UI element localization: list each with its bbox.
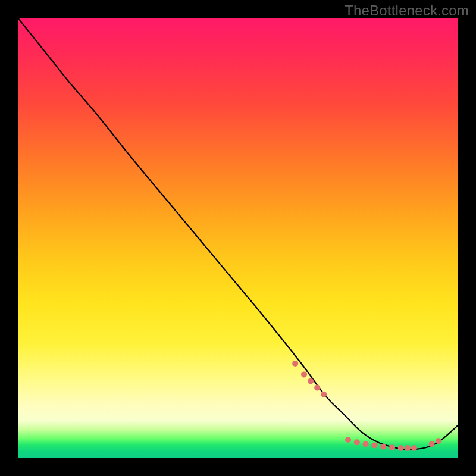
marker-right-cluster xyxy=(429,441,435,447)
marker-left-cluster xyxy=(301,371,307,377)
marker-bottom-cluster xyxy=(380,444,386,450)
marker-bottom-cluster xyxy=(398,445,404,451)
marker-left-cluster xyxy=(321,392,327,397)
marker-left-cluster xyxy=(314,385,320,391)
marker-bottom-cluster xyxy=(389,444,395,450)
main-curve xyxy=(18,18,458,450)
marker-left-cluster xyxy=(292,361,298,367)
markers-group xyxy=(292,361,441,451)
marker-bottom-cluster xyxy=(405,445,411,451)
marker-bottom-cluster xyxy=(363,441,369,447)
plot-overlay xyxy=(18,18,458,458)
marker-bottom-cluster xyxy=(411,445,417,451)
marker-bottom-cluster xyxy=(354,439,360,445)
watermark-text: TheBottleneck.com xyxy=(345,2,469,19)
marker-bottom-cluster xyxy=(345,437,351,443)
marker-bottom-cluster xyxy=(371,443,377,449)
marker-left-cluster xyxy=(308,378,314,384)
marker-right-cluster xyxy=(436,438,441,444)
chart-frame: TheBottleneck.com xyxy=(0,0,476,476)
